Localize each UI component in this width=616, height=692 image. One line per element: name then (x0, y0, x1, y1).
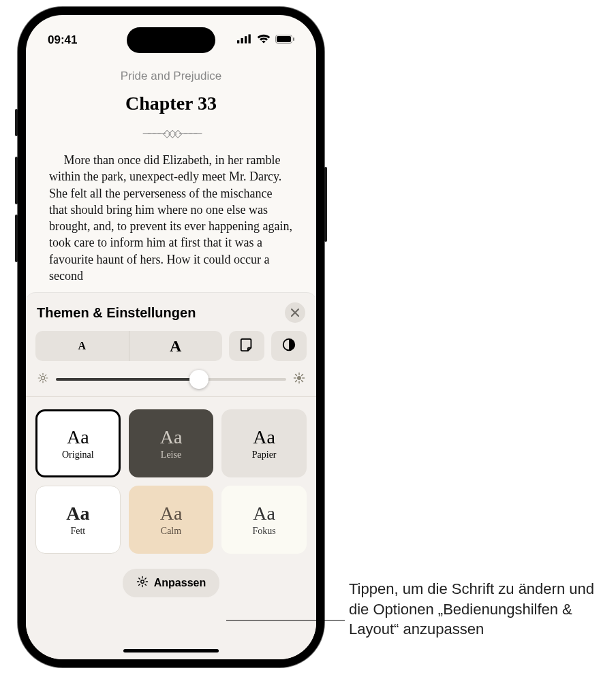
svg-rect-5 (277, 36, 291, 42)
wifi-icon (256, 31, 271, 50)
dynamic-island (127, 27, 215, 53)
cellular-icon (237, 31, 252, 50)
svg-rect-1 (241, 37, 243, 43)
battery-icon (275, 33, 294, 47)
svg-rect-2 (245, 36, 247, 43)
status-right (237, 31, 294, 50)
svg-rect-6 (293, 37, 294, 41)
svg-rect-3 (249, 34, 251, 43)
callout-text: Tippen, um die Schrift zu ändern und die… (349, 579, 601, 640)
svg-rect-0 (237, 40, 239, 43)
status-time: 09:41 (48, 33, 77, 47)
